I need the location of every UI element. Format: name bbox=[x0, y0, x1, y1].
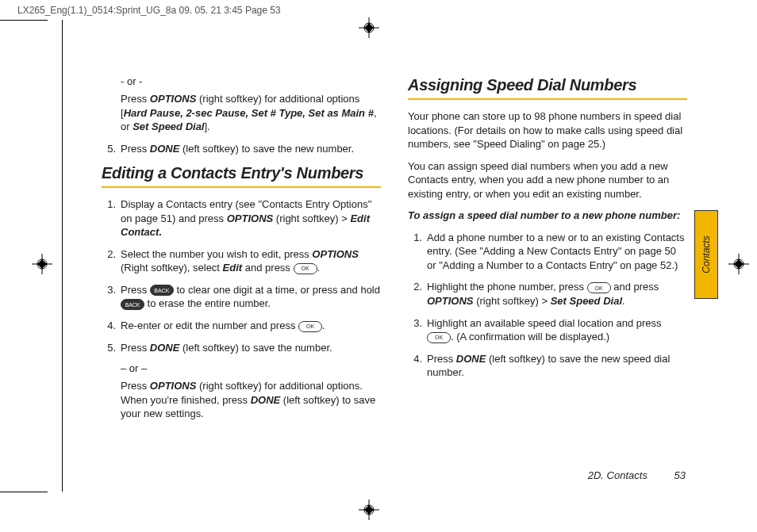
list-item: 5. Press DONE (left softkey) to save the… bbox=[102, 341, 381, 355]
ok-key-icon: OK bbox=[587, 282, 611, 293]
list-item: 3. Highlight an available speed dial loc… bbox=[408, 316, 687, 344]
registration-mark-icon bbox=[359, 17, 379, 38]
registration-mark-icon bbox=[32, 254, 52, 274]
section-tab-label: Contacts bbox=[701, 235, 712, 273]
heading-rule bbox=[102, 186, 381, 188]
or-divider: – or – bbox=[121, 362, 381, 374]
heading-rule bbox=[408, 98, 687, 100]
or-divider: - or - bbox=[121, 75, 381, 87]
step-number: 5. bbox=[102, 142, 116, 156]
step-number: 5. bbox=[102, 341, 116, 355]
registration-mark-icon bbox=[359, 499, 379, 520]
list-item: 3. Press BACK to clear one digit at a ti… bbox=[102, 283, 381, 311]
page-content: - or - Press OPTIONS (right softkey) for… bbox=[102, 75, 689, 429]
step-number: 2. bbox=[408, 280, 422, 308]
crop-mark-top bbox=[0, 20, 48, 21]
ok-key-icon: OK bbox=[294, 263, 317, 274]
list-item: 1. Add a phone number to a new or to an … bbox=[408, 231, 687, 273]
step-number: 3. bbox=[408, 316, 422, 344]
step-number: 2. bbox=[102, 247, 116, 275]
step-number: 1. bbox=[102, 197, 116, 239]
ok-key-icon: OK bbox=[427, 332, 451, 343]
footer-page-number: 53 bbox=[674, 469, 686, 481]
step-number: 3. bbox=[102, 283, 116, 311]
crop-mark-bottom bbox=[0, 492, 48, 492]
list-item: 2. Highlight the phone number, press OK … bbox=[408, 280, 687, 308]
step-number: 4. bbox=[102, 319, 116, 333]
list-item: 1. Display a Contacts entry (see "Contac… bbox=[102, 197, 381, 239]
list-item: 4. Press DONE (left softkey) to save the… bbox=[408, 352, 687, 380]
page-footer: 2D. Contacts 53 bbox=[588, 469, 686, 481]
footer-section: 2D. Contacts bbox=[588, 469, 647, 481]
crop-mark-vertical bbox=[62, 20, 63, 492]
paragraph: You can assign speed dial numbers when y… bbox=[408, 159, 687, 201]
left-column: - or - Press OPTIONS (right softkey) for… bbox=[102, 75, 381, 429]
back-key-icon: BACK bbox=[150, 285, 174, 296]
list-item: 4. Re-enter or edit the number and press… bbox=[102, 319, 381, 333]
instruction-heading: To assign a speed dial number to a new p… bbox=[408, 209, 687, 223]
ok-key-icon: OK bbox=[298, 321, 322, 332]
step-number: 1. bbox=[408, 231, 422, 273]
back-key-icon: BACK bbox=[121, 299, 144, 310]
heading-editing-numbers: Editing a Contacts Entry's Numbers bbox=[102, 163, 381, 183]
paragraph: Your phone can store up to 98 phone numb… bbox=[408, 109, 687, 151]
list-item: 2. Select the number you wish to edit, p… bbox=[102, 247, 381, 275]
heading-speed-dial: Assigning Speed Dial Numbers bbox=[408, 75, 687, 95]
print-slug: LX265_Eng(1.1)_0514:Sprint_UG_8a 09. 05.… bbox=[17, 5, 281, 16]
intro-options-text: Press OPTIONS (right softkey) for additi… bbox=[121, 92, 381, 134]
section-tab: Contacts bbox=[694, 210, 718, 299]
list-item: 5. Press DONE (left softkey) to save the… bbox=[102, 142, 381, 156]
tail-text: Press OPTIONS (right softkey) for additi… bbox=[121, 379, 381, 421]
registration-mark-icon bbox=[728, 254, 749, 274]
right-column: Assigning Speed Dial Numbers Your phone … bbox=[408, 75, 687, 429]
step-number: 4. bbox=[408, 352, 422, 380]
